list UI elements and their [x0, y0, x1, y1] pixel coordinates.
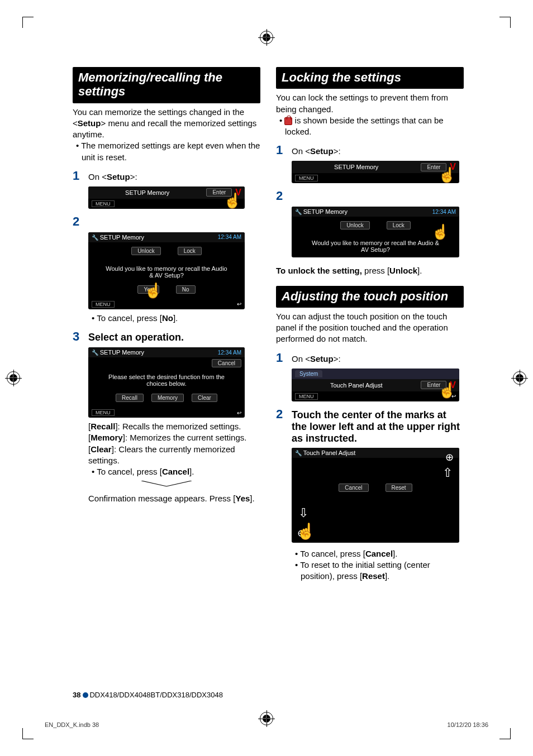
- registration-mark-icon: [260, 31, 273, 44]
- menu-button[interactable]: MENU: [92, 409, 115, 416]
- step-number: 3: [73, 329, 83, 344]
- bullet-text: To cancel, press [Cancel].: [88, 466, 260, 477]
- intro-text: You can memorize the settings changed in…: [73, 107, 260, 141]
- lock-button[interactable]: Lock: [387, 221, 411, 229]
- registration-mark-icon: [260, 712, 273, 725]
- screen-title: SETUP Memory: [125, 189, 169, 196]
- menu-button[interactable]: MENU: [92, 200, 115, 207]
- prompt-text: Please select the desired function from …: [88, 369, 245, 391]
- lock-icon: [284, 117, 292, 125]
- clock-label: 12:34 AM: [432, 209, 456, 215]
- clock-label: 12:34 AM: [218, 350, 241, 356]
- step-text: On <Setup>:: [292, 354, 464, 363]
- screenshot-touch-adjust: 🔧 Touch Panel Adjust ⊕ ⇧ Cancel Reset ⇩ …: [292, 448, 459, 543]
- bullet-text: To cancel, press [Cancel].: [292, 548, 464, 559]
- desc-memory: [Memory]: Memorizes the current settings…: [88, 432, 260, 443]
- reset-button[interactable]: Reset: [386, 484, 412, 492]
- crop-mark: [499, 17, 511, 28]
- intro-text: You can lock the settings to prevent the…: [276, 92, 464, 115]
- bullet-text: To cancel, press [No].: [88, 313, 260, 324]
- hand-pointer-icon: ☝: [223, 192, 241, 209]
- section-heading-touch: Adjusting the touch position: [276, 286, 464, 308]
- screenshot-touch-adjust-enter: System Touch Panel Adjust Enter V MENU ☝…: [292, 369, 459, 401]
- step-text: On <Setup>:: [292, 146, 464, 156]
- screen-title: SETUP Memory: [100, 349, 144, 356]
- page-footer: 38DDX418/DDX4048BT/DDX318/DDX3048: [73, 691, 223, 699]
- back-icon[interactable]: ↩: [237, 301, 241, 307]
- heading-text: Memorizing/recalling the settings: [78, 70, 255, 99]
- screen-title: Touch Panel Adjust: [303, 449, 356, 456]
- hand-pointer-icon: ☝: [296, 522, 316, 540]
- screenshot-select-operation: 🔧 SETUP Memory 12:34 AM Cancel Please se…: [88, 347, 245, 418]
- step-number: 1: [276, 351, 286, 365]
- screen-title: SETUP Memory: [100, 234, 144, 241]
- registration-mark-icon: [7, 371, 20, 385]
- step-heading: Touch the center of the marks at the low…: [292, 409, 464, 444]
- bullet-text: The memorized settings are kept even whe…: [73, 140, 260, 163]
- arrow-down-icon: ⇩: [298, 506, 308, 520]
- hand-pointer-icon: ☝: [144, 282, 162, 299]
- screen-title: SETUP Memory: [334, 164, 378, 170]
- screenshot-memory-recall-prompt: 🔧 SETUP Memory 12:34 AM Unlock Lock Woul…: [88, 232, 245, 309]
- clear-button[interactable]: Clear: [192, 394, 217, 402]
- screenshot-lock-prompt: 🔧 SETUP Memory 12:34 AM Unlock Lock Woul…: [292, 207, 459, 257]
- hand-pointer-icon: ☝: [431, 223, 449, 241]
- no-button[interactable]: No: [176, 285, 196, 294]
- cancel-button[interactable]: Cancel: [212, 359, 241, 367]
- unlock-button[interactable]: Unlock: [340, 221, 370, 229]
- hand-pointer-icon: ☝: [438, 382, 456, 399]
- arrow-up-icon: ⇧: [442, 466, 453, 480]
- memory-button[interactable]: Memory: [151, 394, 184, 402]
- unlock-button[interactable]: Unlock: [131, 247, 161, 255]
- page: Memorizing/recalling the settings You ca…: [0, 0, 533, 756]
- screen-title: Touch Panel Adjust: [330, 382, 383, 389]
- menu-button[interactable]: MENU: [92, 301, 115, 308]
- step-number: 2: [276, 407, 286, 422]
- desc-recall: [Recall]: Recalls the memorized settings…: [88, 421, 260, 432]
- menu-button[interactable]: MENU: [295, 393, 318, 400]
- screenshot-setup-memory-enter: SETUP Memory Enter V MENU ☝: [88, 186, 245, 209]
- recall-button[interactable]: Recall: [116, 394, 144, 402]
- print-footer-left: EN_DDX_K.indb 38: [45, 721, 99, 728]
- step-number: 2: [276, 189, 286, 203]
- crop-mark: [22, 728, 34, 739]
- prompt-text: Would you like to memory or recall the A…: [88, 261, 245, 283]
- step-number: 1: [276, 143, 286, 157]
- print-footer-right: 10/12/20 18:36: [448, 721, 488, 728]
- heading-text: Locking the settings: [282, 70, 458, 84]
- section-heading-memorizing: Memorizing/recalling the settings: [73, 67, 260, 103]
- confirm-text: Confirmation message appears. Press [Yes…: [88, 493, 260, 504]
- crop-mark: [22, 17, 34, 28]
- hand-pointer-icon: ☝: [438, 166, 456, 183]
- bullet-text: To reset to the initial setting (center …: [292, 559, 464, 582]
- tab-system[interactable]: System: [295, 370, 322, 377]
- clock-label: 12:34 AM: [218, 234, 241, 240]
- step-number: 1: [73, 169, 83, 183]
- section-heading-locking: Locking the settings: [276, 67, 464, 89]
- screenshot-setup-memory-enter-r: SETUP Memory Enter V MENU ☝: [292, 161, 459, 183]
- right-column: Locking the settings You can lock the se…: [276, 67, 464, 582]
- bullet-text: is shown beside the settings that can be…: [276, 115, 464, 138]
- step-heading: Select an operation.: [88, 332, 260, 343]
- registration-mark-icon: [513, 371, 526, 385]
- screen-title: SETUP Memory: [303, 208, 348, 215]
- intro-text: You can adjust the touch position on the…: [276, 311, 464, 345]
- step-number: 2: [73, 214, 83, 229]
- cancel-button[interactable]: Cancel: [339, 484, 368, 492]
- crop-mark: [499, 728, 511, 739]
- unlock-note: To unlock the setting, press [Unlock].: [276, 265, 464, 276]
- left-column: Memorizing/recalling the settings You ca…: [73, 67, 260, 582]
- back-icon[interactable]: ↩: [237, 410, 241, 416]
- dot-icon: [83, 692, 88, 698]
- menu-button[interactable]: MENU: [295, 175, 318, 181]
- desc-clear: [Clear]: Clears the currently memorized …: [88, 444, 260, 467]
- step-text: On <Setup>:: [88, 172, 260, 181]
- page-number: 38: [73, 691, 80, 699]
- models-label: DDX418/DDX4048BT/DDX318/DDX3048: [89, 691, 222, 699]
- flow-divider-icon: [73, 481, 260, 491]
- heading-text: Adjusting the touch position: [282, 289, 458, 303]
- target-icon[interactable]: ⊕: [445, 451, 454, 463]
- lock-button[interactable]: Lock: [178, 247, 202, 255]
